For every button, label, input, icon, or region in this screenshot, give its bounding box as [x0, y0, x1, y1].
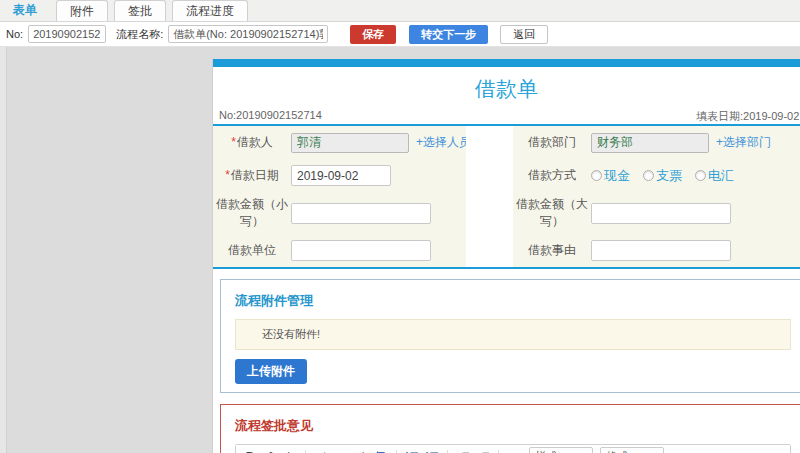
workspace: 借款单 No:20190902152714 填表日期:2019-09-02 15…: [0, 47, 800, 453]
toolbar-separator: [396, 450, 397, 453]
table-row: *借款人 +选择人员 借款部门 +选择部门: [213, 126, 800, 159]
save-button[interactable]: 保存: [350, 25, 396, 44]
required-mark: *: [231, 135, 236, 149]
amount-lower-input[interactable]: [291, 203, 431, 224]
indent-icon[interactable]: [475, 448, 491, 453]
department-input[interactable]: [591, 133, 709, 153]
radio-wire-transfer[interactable]: 电汇: [695, 167, 734, 185]
select-department-link[interactable]: +选择部门: [716, 134, 771, 151]
radio-icon: [643, 170, 654, 181]
required-mark: *: [225, 168, 230, 182]
loan-reason-label: 借款事由: [513, 234, 591, 267]
department-label: 借款部门: [513, 126, 591, 159]
form-meta-row: No:20190902152714 填表日期:2019-09-02 15:27:…: [213, 108, 800, 124]
rich-text-editor: B I abc: [235, 444, 791, 453]
tab-process-progress[interactable]: 流程进度: [172, 0, 248, 21]
strikethrough-icon[interactable]: abc: [282, 448, 298, 453]
loan-method-label: 借款方式: [513, 159, 591, 192]
upload-attachment-button[interactable]: 上传附件: [235, 359, 307, 384]
loan-reason-input[interactable]: [591, 240, 731, 261]
form-number: No:20190902152714: [219, 109, 322, 121]
divider-bottom: [213, 267, 800, 269]
borrower-input[interactable]: [291, 133, 409, 153]
amount-upper-label: 借款金额（大写）: [513, 192, 591, 234]
action-toolbar: No: 流程名称: 保存 转交下一步 返回: [0, 22, 800, 47]
text-color-icon[interactable]: [313, 448, 329, 453]
table-gutter: [466, 126, 513, 159]
loan-unit-input[interactable]: [291, 240, 431, 261]
blockquote-icon[interactable]: ”: [506, 448, 522, 453]
form-title: 借款单: [213, 67, 800, 108]
loan-form-panel: 借款单 No:20190902152714 填表日期:2019-09-02 15…: [212, 59, 800, 453]
tab-approval[interactable]: 签批: [114, 0, 166, 21]
format-dropdown[interactable]: 格式 ▼: [600, 447, 664, 453]
unlink-icon[interactable]: [353, 448, 369, 453]
outdent-icon[interactable]: [455, 448, 471, 453]
flag-icon[interactable]: [373, 448, 389, 453]
tab-attachments[interactable]: 附件: [56, 0, 108, 21]
approval-heading: 流程签批意见: [235, 417, 791, 435]
radio-icon: [591, 170, 602, 181]
table-row: 借款单位 借款事由: [213, 234, 800, 267]
loan-unit-label: 借款单位: [213, 234, 291, 267]
tab-bar: 表单 附件 签批 流程进度: [0, 0, 800, 22]
table-gutter: [466, 234, 513, 267]
loan-form-table: *借款人 +选择人员 借款部门 +选择部门 *借款日期: [213, 126, 800, 267]
table-gutter: [466, 159, 513, 192]
editor-toolbar: B I abc: [236, 445, 790, 453]
toolbar-separator: [498, 450, 499, 453]
toolbar-separator: [305, 450, 306, 453]
amount-lower-label: 借款金额（小写）: [213, 192, 291, 234]
bold-icon[interactable]: B: [242, 448, 258, 453]
loan-date-label: *借款日期: [213, 159, 291, 192]
select-person-link[interactable]: +选择人员: [416, 134, 471, 151]
italic-icon[interactable]: I: [262, 448, 278, 453]
radio-icon: [695, 170, 706, 181]
panel-top-accent-bar: [213, 59, 800, 67]
amount-upper-input[interactable]: [591, 203, 731, 224]
tab-form[interactable]: 表单: [0, 0, 50, 21]
unordered-list-icon[interactable]: [424, 448, 440, 453]
style-dropdown[interactable]: 样式 ▼: [529, 447, 593, 453]
table-row: *借款日期 借款方式 现金 支票: [213, 159, 800, 192]
toolbar-separator: [447, 450, 448, 453]
radio-cash[interactable]: 现金: [591, 167, 630, 185]
table-gutter: [466, 192, 513, 234]
attachments-empty-notice: 还没有附件!: [235, 319, 791, 350]
ordered-list-icon[interactable]: [404, 448, 420, 453]
borrower-label: *借款人: [213, 126, 291, 159]
table-row: 借款金额（小写） 借款金额（大写）: [213, 192, 800, 234]
attachments-section: 流程附件管理 还没有附件! 上传附件: [220, 279, 800, 393]
radio-cheque[interactable]: 支票: [643, 167, 682, 185]
loan-date-input[interactable]: [291, 165, 391, 186]
process-name-input[interactable]: [168, 25, 328, 43]
no-label: No:: [6, 28, 23, 40]
attachments-heading: 流程附件管理: [235, 292, 791, 310]
collapsed-sidebar-strip: [0, 47, 7, 453]
form-fill-date: 填表日期:2019-09-02 15:27:1: [696, 109, 800, 124]
approval-section: 流程签批意见 B I abc: [220, 404, 800, 453]
forward-next-step-button[interactable]: 转交下一步: [409, 25, 488, 44]
process-name-label: 流程名称:: [116, 27, 163, 42]
no-input[interactable]: [28, 25, 106, 43]
link-icon[interactable]: [333, 448, 349, 453]
back-button[interactable]: 返回: [500, 25, 548, 44]
